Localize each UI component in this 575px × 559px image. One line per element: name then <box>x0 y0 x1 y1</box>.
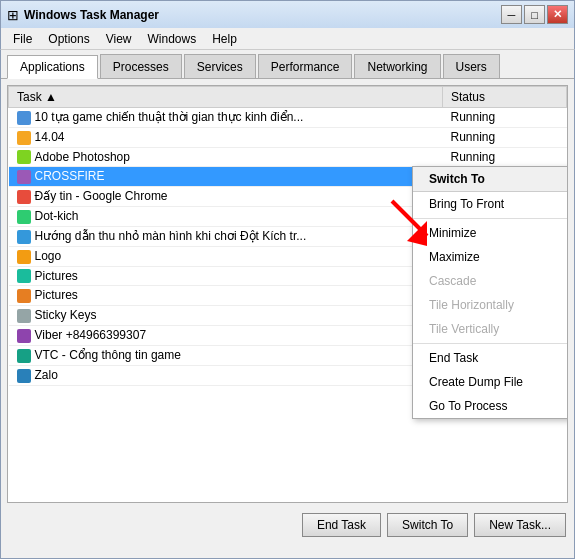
task-name: Hướng dẫn thu nhỏ màn hình khi chơi Đột … <box>35 229 307 243</box>
task-name: Sticky Keys <box>35 308 97 322</box>
menu-file[interactable]: File <box>5 30 40 48</box>
task-name: Zalo <box>35 368 58 382</box>
ctx-bring-to-front[interactable]: Bring To Front <box>413 192 568 216</box>
tab-applications[interactable]: Applications <box>7 55 98 79</box>
task-column-header[interactable]: Task ▲ <box>9 87 443 108</box>
task-cell: VTC - Cổng thông tin game <box>9 345 443 365</box>
task-icon <box>17 111 31 125</box>
menu-view[interactable]: View <box>98 30 140 48</box>
task-icon <box>17 150 31 164</box>
task-cell: Logo <box>9 246 443 266</box>
task-icon <box>17 329 31 343</box>
window-title: Windows Task Manager <box>24 8 159 22</box>
tab-networking[interactable]: Networking <box>354 54 440 78</box>
task-icon <box>17 369 31 383</box>
task-cell: Hướng dẫn thu nhỏ màn hình khi chơi Đột … <box>9 226 443 246</box>
task-icon <box>17 210 31 224</box>
ctx-cascade: Cascade <box>413 269 568 293</box>
ctx-tile-horizontally: Tile Horizontally <box>413 293 568 317</box>
task-name: VTC - Cổng thông tin game <box>35 348 181 362</box>
task-name: Pictures <box>35 288 78 302</box>
task-cell: 14.04 <box>9 127 443 147</box>
task-status: Running <box>443 108 567 128</box>
task-cell: Đấy tin - Google Chrome <box>9 187 443 207</box>
ctx-tile-vertically: Tile Vertically <box>413 317 568 341</box>
ctx-separator-2 <box>413 343 568 344</box>
task-name: 10 tựa game chiến thuật thời gian thực k… <box>35 110 304 124</box>
task-icon <box>17 250 31 264</box>
task-cell: 10 tựa game chiến thuật thời gian thực k… <box>9 108 443 128</box>
ctx-end-task[interactable]: End Task <box>413 346 568 370</box>
task-cell: Dot-kich <box>9 207 443 227</box>
table-row[interactable]: Adobe PhotoshopRunning <box>9 147 567 167</box>
tab-performance[interactable]: Performance <box>258 54 353 78</box>
ctx-go-to-process[interactable]: Go To Process <box>413 394 568 418</box>
task-name: Logo <box>35 249 62 263</box>
close-button[interactable]: ✕ <box>547 5 568 24</box>
table-row[interactable]: 10 tựa game chiến thuật thời gian thực k… <box>9 108 567 128</box>
tab-processes[interactable]: Processes <box>100 54 182 78</box>
end-task-button[interactable]: End Task <box>302 513 381 537</box>
task-icon <box>17 190 31 204</box>
menu-windows[interactable]: Windows <box>140 30 205 48</box>
switch-to-button[interactable]: Switch To <box>387 513 468 537</box>
minimize-button[interactable]: ─ <box>501 5 522 24</box>
task-cell: Adobe Photoshop <box>9 147 443 167</box>
tab-bar: Applications Processes Services Performa… <box>1 50 574 79</box>
title-bar-buttons: ─ □ ✕ <box>501 5 568 24</box>
task-cell: Sticky Keys <box>9 306 443 326</box>
task-status: Running <box>443 147 567 167</box>
task-name: Pictures <box>35 269 78 283</box>
tab-users[interactable]: Users <box>443 54 500 78</box>
task-icon <box>17 309 31 323</box>
task-name: Viber +84966399307 <box>35 328 147 342</box>
task-icon <box>17 170 31 184</box>
menu-options[interactable]: Options <box>40 30 97 48</box>
task-cell: Pictures <box>9 266 443 286</box>
task-name: Dot-kich <box>35 209 79 223</box>
context-menu-header: Switch To <box>413 167 568 192</box>
new-task-button[interactable]: New Task... <box>474 513 566 537</box>
sort-arrow: ▲ <box>45 90 57 104</box>
task-icon <box>17 230 31 244</box>
content-area: Task ▲ Status 10 tựa game chiến thuật th… <box>7 85 568 503</box>
maximize-button[interactable]: □ <box>524 5 545 24</box>
task-name: 14.04 <box>35 130 65 144</box>
task-cell: Pictures <box>9 286 443 306</box>
ctx-minimize[interactable]: Minimize <box>413 221 568 245</box>
task-icon <box>17 349 31 363</box>
task-cell: Viber +84966399307 <box>9 326 443 346</box>
ctx-create-dump[interactable]: Create Dump File <box>413 370 568 394</box>
ctx-maximize[interactable]: Maximize <box>413 245 568 269</box>
task-name: Adobe Photoshop <box>35 150 130 164</box>
task-cell: Zalo <box>9 365 443 385</box>
task-name: Đấy tin - Google Chrome <box>35 189 168 203</box>
task-icon <box>17 131 31 145</box>
task-cell: CROSSFIRE <box>9 167 443 187</box>
context-menu: Switch To Bring To Front Minimize Maximi… <box>412 166 568 419</box>
table-row[interactable]: 14.04Running <box>9 127 567 147</box>
task-status: Running <box>443 127 567 147</box>
tab-services[interactable]: Services <box>184 54 256 78</box>
task-name: CROSSFIRE <box>35 169 105 183</box>
main-window: Applications Processes Services Performa… <box>0 50 575 559</box>
title-bar-left: ⊞ Windows Task Manager <box>7 7 159 23</box>
ctx-separator-1 <box>413 218 568 219</box>
bottom-bar: End Task Switch To New Task... <box>1 509 574 541</box>
title-bar: ⊞ Windows Task Manager ─ □ ✕ <box>0 0 575 28</box>
app-icon: ⊞ <box>7 7 19 23</box>
task-icon <box>17 289 31 303</box>
menu-help[interactable]: Help <box>204 30 245 48</box>
status-column-header[interactable]: Status <box>443 87 567 108</box>
menu-bar: File Options View Windows Help <box>0 28 575 50</box>
task-icon <box>17 269 31 283</box>
